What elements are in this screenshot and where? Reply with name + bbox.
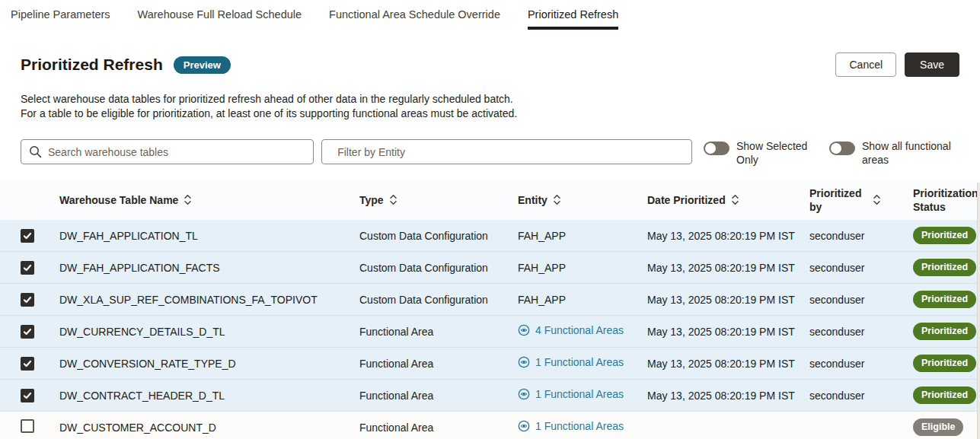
entity-cell: FAH_APP [518, 230, 647, 242]
type-cell: Functional Area [359, 422, 518, 434]
sort-icon[interactable] [184, 194, 192, 205]
sort-icon[interactable] [389, 194, 397, 205]
vertical-scrollbar[interactable] [977, 183, 980, 439]
entity-filter-box[interactable] [321, 139, 692, 164]
table-row[interactable]: DW_FAH_APPLICATION_TLCustom Data Configu… [0, 220, 980, 252]
checked-checkbox[interactable] [21, 261, 34, 275]
tab-functional-area-schedule-override[interactable]: Functional Area Schedule Override [329, 8, 500, 30]
prioritized-by-cell: seconduser [809, 390, 913, 402]
prioritized-by-cell: seconduser [809, 262, 913, 274]
checked-checkbox[interactable] [21, 229, 34, 243]
warehouse-tables-table: Warehouse Table Name Type Entity Date Pr… [0, 180, 980, 439]
column-header-prioritization-status: Prioritization Status [913, 186, 980, 214]
row-checkbox-cell [0, 357, 59, 371]
column-label: Type [359, 194, 384, 206]
status-badge: Prioritized [913, 259, 976, 276]
column-label: Prioritized by [809, 186, 867, 214]
entity-cell: 1 Functional Areas [518, 420, 647, 434]
column-label: Entity [518, 194, 547, 206]
warehouse-table-name-cell: DW_XLA_SUP_REF_COMBINATIONS_FA_TOPIVOT [59, 294, 359, 306]
functional-areas-link[interactable]: 1 Functional Areas [518, 420, 624, 432]
sort-icon[interactable] [873, 194, 881, 205]
column-header-entity[interactable]: Entity [518, 194, 647, 206]
warehouse-table-name-cell: DW_CURRENCY_DETAILS_D_TL [59, 326, 359, 338]
eye-icon [518, 420, 530, 432]
save-button[interactable]: Save [905, 52, 959, 77]
eye-icon [518, 356, 530, 368]
column-header-type[interactable]: Type [359, 194, 518, 206]
column-label: Warehouse Table Name [59, 194, 178, 206]
prioritization-status-cell: Prioritized [913, 387, 980, 404]
entity-cell: FAH_APP [518, 294, 647, 306]
warehouse-table-name-cell: DW_FAH_APPLICATION_FACTS [59, 262, 359, 274]
table-row[interactable]: DW_CURRENCY_DETAILS_D_TLFunctional Area4… [0, 316, 980, 348]
row-checkbox-cell [0, 389, 59, 402]
tab-warehouse-full-reload-schedule[interactable]: Warehouse Full Reload Schedule [138, 8, 302, 30]
functional-areas-link[interactable]: 4 Functional Areas [518, 324, 624, 336]
search-warehouse-tables-input[interactable] [42, 146, 313, 158]
checked-checkbox[interactable] [21, 389, 34, 402]
date-prioritized-cell: May 13, 2025 08:20:19 PM IST [647, 230, 809, 242]
table-row[interactable]: DW_XLA_SUP_REF_COMBINATIONS_FA_TOPIVOTCu… [0, 284, 980, 316]
warehouse-table-name-cell: DW_CUSTOMER_ACCOUNT_D [59, 422, 359, 434]
show-all-functional-areas-toggle[interactable] [829, 142, 855, 155]
table-body: DW_FAH_APPLICATION_TLCustom Data Configu… [0, 220, 980, 439]
unchecked-checkbox[interactable] [21, 419, 34, 433]
functional-areas-link[interactable]: 1 Functional Areas [518, 388, 624, 400]
eye-icon [518, 324, 530, 336]
show-selected-only-toggle-group: Show Selected Only [704, 139, 809, 167]
row-checkbox-cell [0, 293, 59, 307]
type-cell: Functional Area [359, 326, 518, 338]
functional-areas-link-label: 4 Functional Areas [535, 324, 624, 336]
status-badge: Prioritized [913, 387, 976, 404]
checked-checkbox[interactable] [21, 293, 34, 307]
prioritization-status-cell: Prioritized [913, 291, 980, 308]
filter-by-entity-input[interactable] [331, 146, 691, 158]
search-box[interactable] [21, 139, 314, 164]
table-row[interactable]: DW_CONTRACT_HEADER_D_TLFunctional Area1 … [0, 380, 980, 412]
date-prioritized-cell: May 13, 2025 08:20:19 PM IST [647, 390, 809, 402]
warehouse-table-name-cell: DW_CONTRACT_HEADER_D_TL [59, 390, 359, 402]
date-prioritized-cell: May 13, 2025 08:20:19 PM IST [647, 294, 809, 306]
description-line-2: For a table to be eligible for prioritiz… [21, 107, 959, 121]
show-selected-only-toggle[interactable] [704, 142, 729, 155]
table-row[interactable]: DW_CUSTOMER_ACCOUNT_DFunctional Area1 Fu… [0, 412, 980, 439]
row-checkbox-cell [0, 325, 59, 339]
warehouse-table-name-cell: DW_FAH_APPLICATION_TL [59, 230, 359, 242]
prioritization-status-cell: Prioritized [913, 259, 980, 276]
date-prioritized-cell: May 13, 2025 08:20:19 PM IST [647, 326, 809, 338]
table-header-row: Warehouse Table Name Type Entity Date Pr… [0, 180, 980, 220]
prioritization-status-cell: Prioritized [913, 355, 980, 372]
column-header-prioritized-by[interactable]: Prioritized by [809, 186, 913, 214]
checked-checkbox[interactable] [21, 357, 34, 371]
page-header: Prioritized Refresh Preview Cancel Save [21, 52, 959, 77]
tab-prioritized-refresh[interactable]: Prioritized Refresh [528, 8, 618, 30]
column-header-warehouse-table-name[interactable]: Warehouse Table Name [59, 194, 359, 206]
prioritized-by-cell: seconduser [809, 294, 913, 306]
table-row[interactable]: DW_FAH_APPLICATION_FACTSCustom Data Conf… [0, 252, 980, 284]
table-row[interactable]: DW_CONVERSION_RATE_TYPE_DFunctional Area… [0, 348, 980, 380]
sort-icon[interactable] [553, 194, 561, 205]
tab-bar: Pipeline Parameters Warehouse Full Reloa… [0, 0, 980, 30]
sort-icon[interactable] [731, 194, 739, 205]
column-label: Prioritization Status [913, 186, 980, 214]
checked-checkbox[interactable] [21, 325, 34, 339]
date-prioritized-cell: May 13, 2025 08:20:19 PM IST [647, 262, 809, 274]
preview-badge: Preview [174, 56, 231, 74]
entity-cell: 1 Functional Areas [518, 356, 647, 371]
status-badge: Eligible [913, 418, 963, 436]
prioritization-status-cell: Prioritized [913, 227, 980, 244]
show-all-functional-areas-label: Show all functional areas [862, 139, 959, 167]
type-cell: Custom Data Configuration [359, 294, 518, 306]
functional-areas-link[interactable]: 1 Functional Areas [518, 356, 624, 368]
functional-areas-link-label: 1 Functional Areas [535, 388, 624, 400]
description-line-1: Select warehouse data tables for priorit… [21, 92, 959, 107]
prioritized-by-cell: seconduser [809, 358, 913, 370]
eye-icon [518, 388, 530, 400]
tab-pipeline-parameters[interactable]: Pipeline Parameters [11, 8, 110, 30]
warehouse-table-name-cell: DW_CONVERSION_RATE_TYPE_D [59, 358, 359, 370]
cancel-button[interactable]: Cancel [835, 52, 896, 77]
show-selected-only-label: Show Selected Only [736, 139, 809, 167]
entity-cell: 4 Functional Areas [518, 324, 647, 339]
column-header-date-prioritized[interactable]: Date Prioritized [647, 194, 809, 206]
